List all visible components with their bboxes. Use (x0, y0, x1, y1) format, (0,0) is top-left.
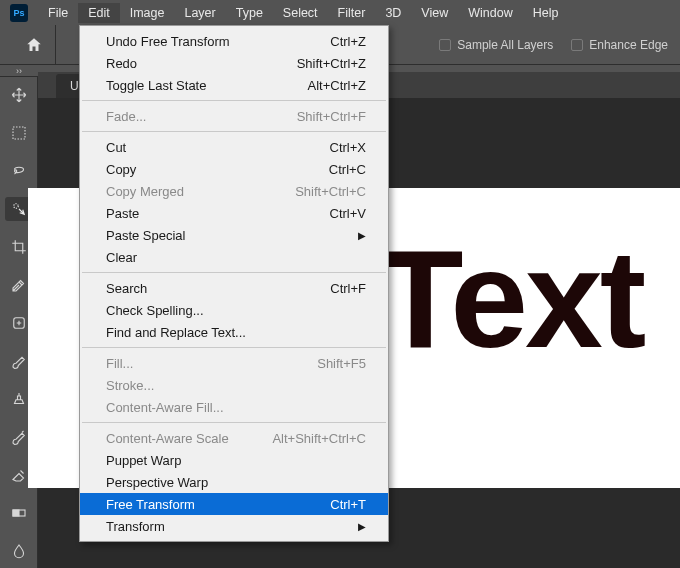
menu-image[interactable]: Image (120, 3, 175, 23)
menu-item-shortcut: Ctrl+X (330, 140, 366, 155)
menu-select[interactable]: Select (273, 3, 328, 23)
menu-item-label: Redo (106, 56, 137, 71)
menu-item-transform[interactable]: Transform▶ (80, 515, 388, 537)
menu-item-paste[interactable]: PasteCtrl+V (80, 202, 388, 224)
menu-item-shortcut: Ctrl+C (329, 162, 366, 177)
marquee-tool[interactable] (5, 121, 33, 145)
menu-item-find-and-replace-text[interactable]: Find and Replace Text... (80, 321, 388, 343)
menu-item-label: Search (106, 281, 147, 296)
checkbox-icon (439, 39, 451, 51)
menu-item-fill: Fill...Shift+F5 (80, 352, 388, 374)
blur-tool[interactable] (5, 539, 33, 563)
menu-item-cut[interactable]: CutCtrl+X (80, 136, 388, 158)
svg-rect-0 (13, 127, 25, 139)
menu-item-label: Copy Merged (106, 184, 184, 199)
menu-item-label: Perspective Warp (106, 475, 208, 490)
home-icon (25, 36, 43, 54)
enhance-edge-option[interactable]: Enhance Edge (571, 38, 668, 52)
menu-item-search[interactable]: SearchCtrl+F (80, 277, 388, 299)
menu-3d[interactable]: 3D (375, 3, 411, 23)
menu-item-shortcut: Ctrl+T (330, 497, 366, 512)
menu-item-label: Transform (106, 519, 165, 534)
menu-item-stroke: Stroke... (80, 374, 388, 396)
menu-item-redo[interactable]: RedoShift+Ctrl+Z (80, 52, 388, 74)
menu-item-label: Fade... (106, 109, 146, 124)
menu-separator (82, 272, 386, 273)
menu-item-label: Content-Aware Fill... (106, 400, 224, 415)
menu-item-paste-special[interactable]: Paste Special▶ (80, 224, 388, 246)
svg-rect-4 (13, 510, 19, 516)
enhance-edge-label: Enhance Edge (589, 38, 668, 52)
menu-item-content-aware-fill: Content-Aware Fill... (80, 396, 388, 418)
lasso-tool[interactable] (5, 159, 33, 183)
menu-separator (82, 100, 386, 101)
submenu-arrow-icon: ▶ (358, 521, 366, 532)
app-icon: Ps (10, 4, 28, 22)
move-tool[interactable] (5, 83, 33, 107)
menu-separator (82, 347, 386, 348)
menu-item-fade: Fade...Shift+Ctrl+F (80, 105, 388, 127)
menu-item-check-spelling[interactable]: Check Spelling... (80, 299, 388, 321)
menu-item-label: Toggle Last State (106, 78, 206, 93)
menu-item-clear[interactable]: Clear (80, 246, 388, 268)
menu-item-label: Content-Aware Scale (106, 431, 229, 446)
menu-file[interactable]: File (38, 3, 78, 23)
menu-item-label: Check Spelling... (106, 303, 204, 318)
home-button[interactable] (12, 25, 56, 65)
menu-item-label: Undo Free Transform (106, 34, 230, 49)
menu-item-shortcut: Shift+Ctrl+Z (297, 56, 366, 71)
menu-item-label: Fill... (106, 356, 133, 371)
menu-item-copy-merged: Copy MergedShift+Ctrl+C (80, 180, 388, 202)
menu-type[interactable]: Type (226, 3, 273, 23)
menu-item-toggle-last-state[interactable]: Toggle Last StateAlt+Ctrl+Z (80, 74, 388, 96)
menu-item-label: Paste Special (106, 228, 186, 243)
menu-item-content-aware-scale: Content-Aware ScaleAlt+Shift+Ctrl+C (80, 427, 388, 449)
menu-item-label: Copy (106, 162, 136, 177)
toolbar-expand-handle[interactable]: ›› (0, 65, 38, 77)
menu-item-free-transform[interactable]: Free TransformCtrl+T (80, 493, 388, 515)
svg-point-1 (13, 204, 18, 209)
menu-separator (82, 131, 386, 132)
canvas-text-layer: Text L (378, 218, 680, 380)
gradient-tool[interactable] (5, 501, 33, 525)
menu-item-shortcut: Shift+F5 (317, 356, 366, 371)
menu-item-shortcut: Ctrl+F (330, 281, 366, 296)
edit-menu-dropdown: Undo Free TransformCtrl+ZRedoShift+Ctrl+… (79, 25, 389, 542)
menubar: Ps File Edit Image Layer Type Select Fil… (0, 0, 680, 25)
sample-all-layers-label: Sample All Layers (457, 38, 553, 52)
menu-item-label: Cut (106, 140, 126, 155)
menu-item-shortcut: Ctrl+Z (330, 34, 366, 49)
menu-item-copy[interactable]: CopyCtrl+C (80, 158, 388, 180)
checkbox-icon (571, 39, 583, 51)
menu-item-shortcut: Shift+Ctrl+C (295, 184, 366, 199)
menu-item-label: Puppet Warp (106, 453, 181, 468)
menu-item-shortcut: Alt+Ctrl+Z (307, 78, 366, 93)
menu-item-label: Free Transform (106, 497, 195, 512)
menu-item-shortcut: Shift+Ctrl+F (297, 109, 366, 124)
menu-item-label: Stroke... (106, 378, 154, 393)
menu-edit[interactable]: Edit (78, 3, 120, 23)
menu-layer[interactable]: Layer (174, 3, 225, 23)
menu-help[interactable]: Help (523, 3, 569, 23)
sample-all-layers-option[interactable]: Sample All Layers (439, 38, 553, 52)
menu-item-puppet-warp[interactable]: Puppet Warp (80, 449, 388, 471)
menu-view[interactable]: View (411, 3, 458, 23)
menu-item-undo-free-transform[interactable]: Undo Free TransformCtrl+Z (80, 30, 388, 52)
menu-filter[interactable]: Filter (328, 3, 376, 23)
menu-item-label: Clear (106, 250, 137, 265)
menu-item-perspective-warp[interactable]: Perspective Warp (80, 471, 388, 493)
menu-window[interactable]: Window (458, 3, 522, 23)
menu-item-shortcut: Alt+Shift+Ctrl+C (272, 431, 366, 446)
menu-item-label: Find and Replace Text... (106, 325, 246, 340)
menu-separator (82, 422, 386, 423)
menu-item-shortcut: Ctrl+V (330, 206, 366, 221)
menu-item-label: Paste (106, 206, 139, 221)
submenu-arrow-icon: ▶ (358, 230, 366, 241)
